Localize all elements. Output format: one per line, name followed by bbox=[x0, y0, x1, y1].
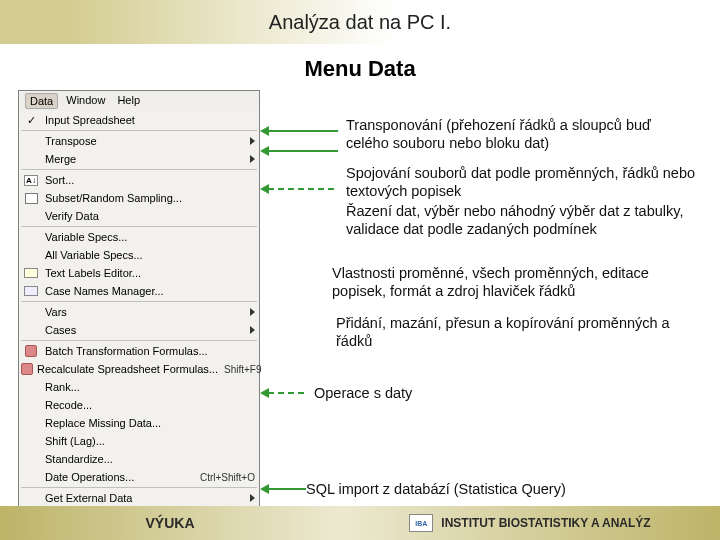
arrow-icon bbox=[268, 392, 306, 394]
menubar-help[interactable]: Help bbox=[113, 93, 144, 109]
iba-logo: IBA bbox=[409, 514, 433, 532]
submenu-arrow-icon bbox=[250, 494, 255, 502]
arrow-icon bbox=[268, 188, 338, 190]
explain-merge: Spojování souborů dat podle proměnných, … bbox=[346, 164, 696, 200]
page-title: Analýza dat na PC I. bbox=[269, 11, 451, 34]
separator bbox=[21, 130, 257, 131]
menubar: Data Window Help bbox=[19, 91, 259, 111]
submenu-arrow-icon bbox=[250, 137, 255, 145]
recalc-icon bbox=[21, 363, 33, 375]
menu-recode[interactable]: Recode... bbox=[19, 396, 259, 414]
menu-verify[interactable]: Verify Data bbox=[19, 207, 259, 225]
menu-rank[interactable]: Rank... bbox=[19, 378, 259, 396]
menu-vars[interactable]: Vars bbox=[19, 303, 259, 321]
menu-recalculate[interactable]: Recalculate Spreadsheet Formulas...Shift… bbox=[19, 360, 259, 378]
sort-icon: A↓ bbox=[24, 175, 38, 186]
data-menu: Data Window Help Input Spreadsheet Trans… bbox=[18, 90, 260, 508]
menu-transpose[interactable]: Transpose bbox=[19, 132, 259, 150]
menu-cases[interactable]: Cases bbox=[19, 321, 259, 339]
separator bbox=[21, 301, 257, 302]
menu-get-external[interactable]: Get External Data bbox=[19, 489, 259, 507]
menu-date-ops[interactable]: Date Operations...Ctrl+Shift+O bbox=[19, 468, 259, 486]
separator bbox=[21, 487, 257, 488]
subset-icon bbox=[25, 193, 38, 204]
menu-standardize[interactable]: Standardize... bbox=[19, 450, 259, 468]
menu-case-names[interactable]: Case Names Manager... bbox=[19, 282, 259, 300]
explain-sort: Řazení dat, výběr nebo náhodný výběr dat… bbox=[346, 202, 700, 238]
menubar-window[interactable]: Window bbox=[62, 93, 109, 109]
explain-sql: SQL import z databází (Statistica Query) bbox=[306, 480, 566, 498]
menu-variable-specs[interactable]: Variable Specs... bbox=[19, 228, 259, 246]
check-icon bbox=[21, 112, 41, 128]
explain-varspecs: Vlastnosti proměnné, všech proměnných, e… bbox=[332, 264, 704, 300]
menu-input-spreadsheet[interactable]: Input Spreadsheet bbox=[19, 111, 259, 129]
explain-dataops: Operace s daty bbox=[314, 384, 412, 402]
submenu-arrow-icon bbox=[250, 308, 255, 316]
submenu-arrow-icon bbox=[250, 326, 255, 334]
footer-left: VÝUKA bbox=[145, 515, 194, 531]
explain-vars-cases: Přidání, mazání, přesun a kopírování pro… bbox=[336, 314, 696, 350]
menu-batch-formulas[interactable]: Batch Transformation Formulas... bbox=[19, 342, 259, 360]
menu-text-labels[interactable]: Text Labels Editor... bbox=[19, 264, 259, 282]
arrow-icon bbox=[268, 130, 338, 132]
menu-replace-missing[interactable]: Replace Missing Data... bbox=[19, 414, 259, 432]
arrow-icon bbox=[268, 150, 338, 152]
section-title: Menu Data bbox=[0, 56, 720, 82]
menu-sort[interactable]: A↓Sort... bbox=[19, 171, 259, 189]
menubar-data[interactable]: Data bbox=[25, 93, 58, 109]
menu-merge[interactable]: Merge bbox=[19, 150, 259, 168]
submenu-arrow-icon bbox=[250, 155, 255, 163]
separator bbox=[21, 340, 257, 341]
labels-icon bbox=[24, 268, 38, 278]
separator bbox=[21, 169, 257, 170]
formula-icon bbox=[25, 345, 37, 357]
explain-transpose: Transponování (přehození řádků a sloupců… bbox=[346, 116, 696, 152]
footer-right: INSTITUT BIOSTATISTIKY A ANALÝZ bbox=[441, 516, 650, 530]
names-icon bbox=[24, 286, 38, 296]
arrow-icon bbox=[268, 488, 306, 490]
menu-subset[interactable]: Subset/Random Sampling... bbox=[19, 189, 259, 207]
separator bbox=[21, 226, 257, 227]
menu-shift[interactable]: Shift (Lag)... bbox=[19, 432, 259, 450]
menu-all-variable-specs[interactable]: All Variable Specs... bbox=[19, 246, 259, 264]
